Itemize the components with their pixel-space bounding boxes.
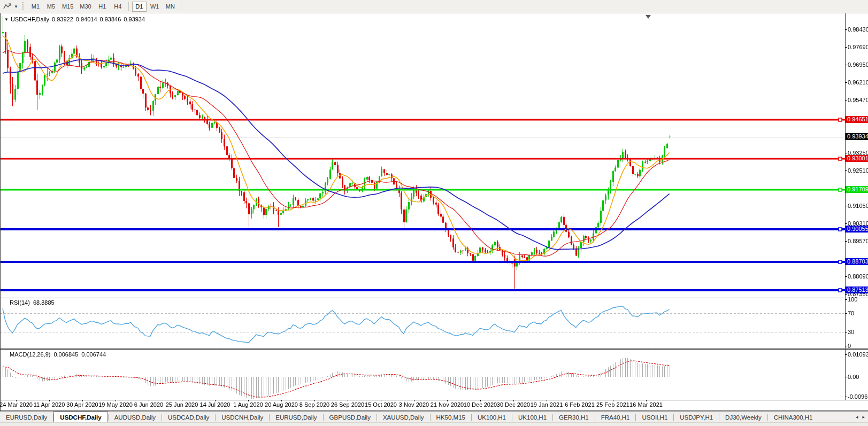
date-axis-label: 25 Jun 2020 — [166, 401, 198, 408]
chart-tab[interactable]: EURUSD,Daily — [270, 412, 322, 423]
macd-axis-tick: -0.009653 — [848, 393, 868, 400]
timeframe-button-h4[interactable]: H4 — [111, 2, 125, 12]
toolbar-drag-handle[interactable] — [22, 2, 24, 11]
tab-scroll-right-icon[interactable]: ▸ — [860, 414, 867, 420]
price-chart-canvas[interactable] — [0, 0, 868, 411]
timeframe-button-m15[interactable]: M15 — [59, 2, 76, 12]
chart-ohlc-title: ▼USDCHF,Daily0.939220.940140.938460.9393… — [4, 16, 148, 22]
chart-tab[interactable]: DJ30,Weekly — [719, 412, 767, 423]
timeframe-button-m5[interactable]: M5 — [44, 2, 58, 12]
date-axis-label: 8 Sep 2020 — [299, 401, 329, 408]
date-axis-label: 25 Feb 2021 — [596, 401, 629, 408]
date-axis-label: 11 Apr 2020 — [34, 401, 65, 408]
rsi-name: RSI(14) — [10, 299, 30, 306]
chart-tab[interactable]: GER30,H1 — [553, 412, 595, 423]
hline-price-label: 0.88703 — [846, 258, 868, 265]
timeframe-toolbar: ▼ M1 M5 M15 M30 H1 H4 D1 W1 MN — [0, 0, 868, 13]
chart-tab[interactable]: GBPUSD,Daily — [324, 412, 377, 423]
rsi-axis-tick: 100 — [848, 296, 857, 303]
date-axis-label: 19 May 2020 — [98, 401, 133, 408]
macd-main-value: 0.006845 — [53, 351, 78, 358]
hline-price-label: 0.90055 — [846, 226, 868, 233]
macd-axis-tick: 0.010933 — [848, 351, 868, 358]
collapse-triangle-icon[interactable]: ▼ — [4, 17, 9, 22]
timeframe-button-m1[interactable]: M1 — [28, 2, 43, 12]
rsi-axis-tick: 70 — [848, 310, 854, 316]
date-axis-label: 30 Dec 2020 — [497, 401, 530, 408]
date-axis-label: 19 Jan 2021 — [531, 401, 563, 408]
macd-name: MACD(12,26,9) — [10, 351, 50, 358]
rsi-axis-tick: 30 — [848, 329, 854, 335]
chart-high-value: 0.94014 — [76, 16, 97, 22]
date-axis-label: 6 Feb 2021 — [565, 401, 595, 408]
chart-open-value: 0.93922 — [52, 16, 73, 22]
chart-tab[interactable]: USDCNH,Daily — [216, 412, 269, 423]
chart-low-value: 0.93846 — [100, 16, 121, 22]
chart-tab[interactable]: EURUSD,Daily — [0, 412, 53, 423]
hline-price-label: 0.93001 — [846, 155, 868, 162]
price-axis-tick: 0.96210 — [848, 79, 868, 86]
date-axis-label: 14 Jul 2020 — [200, 401, 231, 408]
macd-signal-value: 0.006744 — [81, 351, 106, 358]
price-axis-tick: 0.96950 — [848, 61, 868, 68]
chart-tab[interactable]: USDCHF,Daily — [53, 412, 107, 423]
chart-symbol-label: USDCHF,Daily — [11, 16, 49, 22]
price-axis-tick: 0.97690 — [848, 44, 868, 50]
date-axis-label: 24 Mar 2020 — [0, 401, 33, 408]
current-price-label: 0.93934 — [846, 133, 868, 140]
macd-indicator-label: MACD(12,26,9)0.0068450.006744 — [10, 351, 109, 358]
timeframe-button-mn[interactable]: MN — [163, 2, 178, 12]
chart-tab[interactable]: AUDUSD,Daily — [109, 412, 162, 423]
date-axis-label: 21 Nov 2020 — [431, 401, 464, 408]
chart-tabbar: EURUSD,DailyUSDCHF,DailyAUDUSD,DailyUSDC… — [0, 411, 868, 423]
chart-tab[interactable]: UK100,H1 — [512, 412, 552, 423]
hline-price-label: 0.87513 — [846, 286, 868, 293]
tabbar-scroll-arrows: ◂ ▸ — [854, 411, 867, 422]
date-axis-label: 6 Jun 2020 — [134, 401, 163, 408]
timeframe-button-h1[interactable]: H1 — [95, 2, 110, 12]
chart-shift-marker-icon[interactable] — [646, 15, 651, 19]
chart-type-icon[interactable] — [2, 2, 14, 11]
timeframe-button-w1[interactable]: W1 — [148, 2, 162, 12]
tab-scroll-left-icon[interactable]: ◂ — [854, 414, 861, 420]
chart-tab[interactable]: CHINA300,H1 — [768, 412, 819, 423]
date-axis-label: 30 Apr 2020 — [66, 401, 98, 408]
chart-tab[interactable]: XAUUSD,Daily — [377, 412, 430, 423]
chart-tab[interactable]: UK100,H1 — [472, 412, 512, 423]
toolbar-separator — [181, 2, 181, 11]
chart-close-value: 0.93934 — [124, 16, 145, 22]
date-axis-label: 26 Sep 2020 — [331, 401, 364, 408]
macd-axis-tick: 0.00 — [848, 374, 859, 380]
chart-tab[interactable]: FRA40,H1 — [595, 412, 636, 423]
date-axis-label: 15 Oct 2020 — [365, 401, 397, 408]
chart-type-dropdown-icon[interactable]: ▼ — [14, 4, 18, 9]
price-axis-tick: 0.92510 — [848, 167, 868, 174]
status-bar — [0, 422, 868, 426]
hline-price-label: 0.94651 — [846, 116, 868, 123]
price-axis-tick: 0.95470 — [848, 97, 868, 103]
rsi-axis-tick: 0 — [848, 343, 851, 349]
chart-tab[interactable]: HK50,M15 — [431, 412, 471, 423]
timeframe-button-m30[interactable]: M30 — [77, 2, 94, 12]
date-axis-label: 3 Nov 2020 — [399, 401, 429, 408]
date-axis-label: 1 Aug 2020 — [233, 401, 263, 408]
price-axis-tick: 0.98430 — [848, 26, 868, 33]
timeframe-button-d1[interactable]: D1 — [132, 2, 147, 12]
rsi-indicator-label: RSI(14)68.8885 — [10, 299, 58, 306]
date-axis-label: 16 Mar 2021 — [629, 401, 663, 408]
chart-tab[interactable]: USDCAD,Daily — [162, 412, 215, 423]
chart-tab[interactable]: USOil,H1 — [636, 412, 673, 423]
hline-price-label: 0.91709 — [846, 186, 868, 193]
price-axis-tick: 0.89570 — [848, 238, 868, 244]
date-axis-label: 10 Dec 2020 — [464, 401, 497, 408]
date-axis-label: 20 Aug 2020 — [265, 401, 298, 408]
rsi-value: 68.8885 — [33, 299, 55, 306]
toolbar-separator — [128, 2, 129, 11]
chart-tab[interactable]: USDJPY,H1 — [674, 412, 719, 423]
price-axis-tick: 0.88090 — [848, 273, 868, 280]
price-axis-tick: 0.91050 — [848, 203, 868, 209]
